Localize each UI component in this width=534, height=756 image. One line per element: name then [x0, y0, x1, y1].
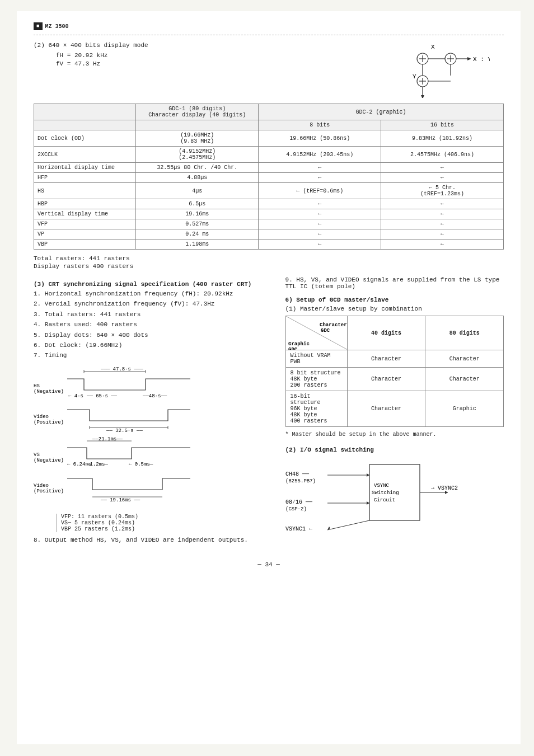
table-cell-16bit: 9.83MHz (101.92ns) — [381, 130, 504, 147]
table-cell-label: Dot clock (OD) — [34, 130, 136, 147]
svg-text:← 0.5ms─: ← 0.5ms─ — [129, 462, 153, 467]
svg-text:VSYNC: VSYNC — [374, 483, 390, 489]
svg-text:── 19.16ms ──: ── 19.16ms ── — [100, 497, 140, 503]
table-row: HS4µs← (tREF=0.6ms)← 5 Chr. (tREF=1.23ms… — [34, 183, 504, 199]
svg-marker-17 — [421, 95, 424, 98]
svg-marker-10 — [467, 57, 471, 60]
table-cell-gdc1: 4µs — [136, 183, 259, 199]
item8: 8. Output method HS, VS, and VIDEO are i… — [34, 537, 274, 543]
svg-text:── 32.5·s ──: ── 32.5·s ── — [106, 428, 143, 432]
master-table-row: 16-bit structure 96K byte 48K byte 400 r… — [285, 391, 503, 427]
svg-text:──48·s──: ──48·s── — [142, 393, 167, 399]
table-subheader-8bit: 8 bits — [259, 120, 381, 130]
svg-text:VSYNC1 ←: VSYNC1 ← — [285, 526, 312, 532]
table-cell-gdc1: 1.198ms — [136, 240, 259, 250]
table-cell-label: HFP — [34, 173, 136, 183]
timing-table: GDC-1 (80 digits)Character display (40 d… — [34, 104, 504, 250]
total-rasters: Total rasters: 441 rasters — [34, 255, 504, 262]
table-cell-16bit: ← — [381, 199, 504, 209]
table-header-gdc1: GDC-1 (80 digits)Character display (40 d… — [136, 104, 259, 120]
display-mode-info: (2) 640 × 400 bits display mode fH = 20.… — [34, 42, 364, 67]
table-cell-label: VFP — [34, 219, 136, 229]
svg-text:VS: VS — [34, 452, 40, 458]
table-cell-8bit: ← (tREF=0.6ms) — [259, 183, 381, 199]
logo-icon: ■ — [34, 22, 43, 30]
master-row-label: Without VRAM PWB — [285, 350, 347, 368]
svg-text:Video: Video — [34, 414, 49, 420]
corner-header: Character GDC Graphic GDC — [285, 316, 347, 350]
totals-section: Total rasters: 441 rasters Display raste… — [34, 255, 504, 270]
table-cell-label: VP — [34, 229, 136, 240]
master-row-c2: Character — [425, 368, 504, 391]
table-cell-8bit: 4.9152MHz (203.45ns) — [259, 147, 381, 163]
table-cell-gdc1: 0.24 ms — [136, 229, 259, 240]
table-cell-16bit: ← — [381, 219, 504, 229]
svg-text:(CSP-2): (CSP-2) — [285, 506, 307, 512]
table-cell-gdc1: 6.5µs — [136, 199, 259, 209]
top-section: (2) 640 × 400 bits display mode fH = 20.… — [34, 42, 504, 98]
svg-text:──21.1ms──: ──21.1ms── — [92, 436, 123, 442]
svg-text:GDC: GDC — [288, 347, 298, 350]
display-rasters: Display rasters 400 rasters — [34, 263, 504, 270]
master-col1-header: 40 digits — [347, 316, 425, 350]
io-svg: CH48 ── (8255.PB7) 08∕16 ── (CSP-2) VSYN… — [285, 459, 465, 548]
table-row: VFP0.527ms←← — [34, 219, 504, 229]
svg-text:CH48 ──: CH48 ── — [285, 471, 310, 477]
svg-text:(Negative): (Negative) — [34, 458, 64, 463]
master-note: * Master should be setup in the above ma… — [285, 431, 504, 438]
section3-title: (3) CRT synchronizing signal specificati… — [34, 281, 274, 288]
vs-note: VS─ 5 rasters (0.24ms) — [61, 520, 274, 526]
svg-text:(8255.PB7): (8255.PB7) — [285, 478, 316, 484]
fv-value: fV = 47.3 Hz — [56, 60, 364, 67]
left-column: (3) CRT synchronizing signal specificati… — [34, 276, 274, 550]
logo-area: ■ MZ 3500 — [34, 22, 504, 30]
svg-text:→ VSYNC2: → VSYNC2 — [431, 485, 458, 491]
svg-text:← 4·s: ← 4·s — [68, 393, 83, 399]
svg-text:─1.2ms─: ─1.2ms─ — [86, 462, 108, 467]
table-cell-8bit: ← — [259, 209, 381, 219]
table-cell-16bit: ← — [381, 209, 504, 219]
vs-timing-svg: VS (Negative) Video (Positive) ──21.1ms─… — [34, 436, 207, 509]
master-table-row: Without VRAM PWBCharacterCharacter — [285, 350, 503, 368]
svg-text:Graphic: Graphic — [288, 341, 310, 347]
svg-text:Switching: Switching — [372, 490, 399, 496]
section6-sub: (1) Master/slave setup by combination — [285, 306, 504, 312]
svg-text:(Negative): (Negative) — [34, 389, 64, 395]
svg-text:Video: Video — [34, 483, 49, 489]
master-row-label: 16-bit structure 96K byte 48K byte 400 r… — [285, 391, 347, 427]
table-row: Dot clock (OD)(19.66MHz) (9.83 MHz)19.66… — [34, 130, 504, 147]
svg-text:Circuit: Circuit — [374, 497, 395, 503]
table-cell-16bit: ← — [381, 229, 504, 240]
master-row-c1: Character — [347, 368, 425, 391]
master-row-c1: Character — [347, 350, 425, 368]
table-cell-gdc1: 0.527ms — [136, 219, 259, 229]
table-cell-label: VBP — [34, 240, 136, 250]
list-item: 1. Horizontal synchronization frequency … — [34, 290, 274, 298]
master-col2-header: 80 digits — [425, 316, 504, 350]
svg-text:X: X — [431, 44, 435, 50]
table-row: HBP6.5µs←← — [34, 199, 504, 209]
table-cell-16bit: ← — [381, 163, 504, 173]
svg-text:GDC: GDC — [321, 328, 330, 334]
svg-line-64 — [327, 520, 369, 530]
table-row: HFP4.88µs←← — [34, 173, 504, 183]
svg-marker-61 — [367, 473, 369, 477]
table-cell-8bit: 19.66MHz (50.86ns) — [259, 130, 381, 147]
vfp-notes: VFP: 11 rasters (0.5ms) VS─ 5 rasters (0… — [56, 514, 274, 532]
table-cell-8bit: ← — [259, 219, 381, 229]
list-item: 6. Dot clock: (19.66MHz) — [34, 341, 274, 350]
hs-timing-svg: HS (Negative) Video (Positive) ─── 47.8·… — [34, 365, 207, 432]
page-number: ─ 34 ─ — [34, 561, 504, 568]
svg-text:── 65·s ──: ── 65·s ── — [86, 393, 118, 399]
master-row-c1: Character — [347, 391, 425, 427]
fh-value: fH = 20.92 kHz — [56, 52, 364, 59]
list-item: 4. Rasters used: 400 rasters — [34, 321, 274, 329]
table-cell-8bit: ← — [259, 163, 381, 173]
item9: 9. HS, VS, and VIDEO signals are supplie… — [285, 276, 504, 290]
list-item: 7. Timing — [34, 351, 274, 360]
io-diagram: CH48 ── (8255.PB7) 08∕16 ── (CSP-2) VSYN… — [285, 459, 504, 550]
master-row-c2: Character — [425, 350, 504, 368]
table-cell-gdc1: 19.16ms — [136, 209, 259, 219]
table-cell-8bit: ← — [259, 173, 381, 183]
table-subheader-empty — [34, 120, 136, 130]
